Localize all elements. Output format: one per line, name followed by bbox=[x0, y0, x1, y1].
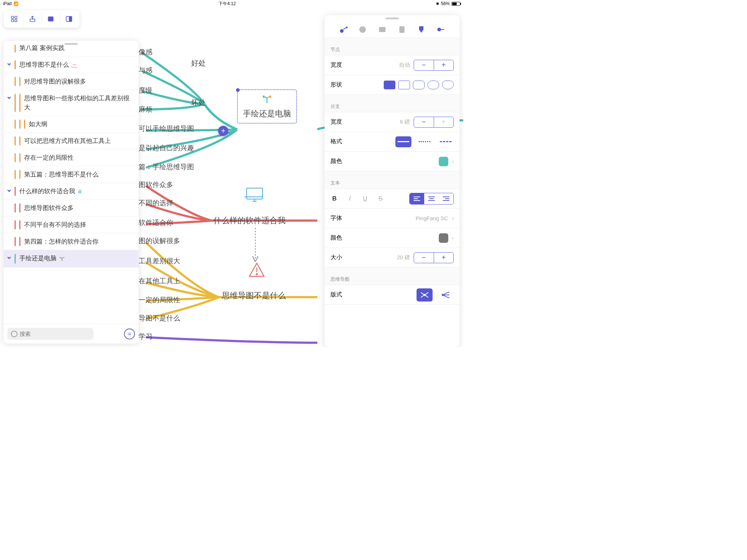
node-study[interactable]: 学习 bbox=[139, 332, 152, 341]
line-solid[interactable] bbox=[395, 136, 411, 147]
node-pros[interactable]: 好处 bbox=[191, 59, 206, 67]
minus-button[interactable]: − bbox=[414, 117, 434, 127]
node-swhub[interactable]: 什么样的软件适合我 bbox=[213, 215, 286, 226]
node-width-stepper[interactable]: −+ bbox=[414, 60, 454, 71]
outline-item[interactable]: 存在一定的局限性 bbox=[4, 149, 139, 166]
tab-theme[interactable] bbox=[417, 25, 426, 34]
tab-notes[interactable] bbox=[358, 25, 367, 34]
svg-rect-5 bbox=[48, 16, 53, 21]
outline-item[interactable]: 第八篇 案例实践 bbox=[4, 45, 139, 57]
grid-icon[interactable] bbox=[5, 12, 23, 26]
text-color-row[interactable]: 颜色 › bbox=[325, 228, 460, 248]
node-cons[interactable]: 坏处 bbox=[191, 98, 206, 106]
svg-point-16 bbox=[346, 27, 347, 28]
chevron-down-icon[interactable] bbox=[4, 254, 15, 262]
minus-button[interactable]: − bbox=[414, 60, 434, 70]
outline-item[interactable]: 第五篇：思维导图不是什么 bbox=[4, 166, 139, 183]
branch-color-row[interactable]: 颜色 › bbox=[325, 152, 460, 171]
shape-rounded[interactable] bbox=[413, 81, 425, 89]
svg-point-14 bbox=[256, 274, 258, 275]
outline-item[interactable]: 不同平台有不同的选择 bbox=[4, 217, 139, 233]
line-dotted[interactable] bbox=[417, 136, 433, 147]
chevron-down-icon[interactable] bbox=[4, 187, 15, 195]
monitor-icon bbox=[244, 186, 265, 205]
outline-item-label: 对思维导图的误解很多 bbox=[24, 77, 136, 86]
node-slow[interactable]: 度慢 bbox=[139, 86, 152, 95]
section-text-header: 文本 bbox=[325, 171, 460, 189]
outline-list[interactable]: 第八篇 案例实践思维导图不是什么对思维导图的误解很多思维导图和一些形式相似的工具… bbox=[4, 45, 139, 324]
node-andsense[interactable]: 与感 bbox=[139, 66, 152, 75]
branch-width-stepper[interactable]: −+ bbox=[414, 117, 454, 128]
list-mode-button[interactable]: ≡ bbox=[124, 328, 135, 339]
shape-capsule[interactable] bbox=[427, 81, 439, 89]
layout-picker bbox=[417, 288, 454, 302]
node-handchapter[interactable]: 篇：手绘思维导图 bbox=[139, 162, 194, 172]
line-style-picker bbox=[395, 136, 454, 147]
search-icon bbox=[7, 328, 120, 340]
layout-radial[interactable] bbox=[417, 288, 433, 302]
align-right[interactable] bbox=[439, 193, 453, 204]
tab-node-style[interactable] bbox=[339, 25, 348, 34]
node-swfits[interactable]: 软件适合你 bbox=[139, 218, 173, 228]
chevron-down-icon bbox=[4, 136, 15, 137]
svg-rect-1 bbox=[15, 16, 17, 19]
outline-item[interactable]: 可以把思维方式用在其他工具上 bbox=[4, 133, 139, 149]
node-diffchoice[interactable]: 不同的选择 bbox=[139, 198, 173, 208]
chevron-right-icon: › bbox=[452, 235, 454, 241]
outline-item[interactable]: 如大纲 bbox=[4, 116, 139, 133]
node-interest[interactable]: 是引起自己的兴趣 bbox=[139, 143, 194, 153]
outline-item[interactable]: 思维导图和一些形式相似的工具差别很大 bbox=[4, 90, 139, 116]
plus-button[interactable]: + bbox=[434, 253, 454, 263]
chevron-down-icon[interactable] bbox=[4, 60, 15, 69]
tab-document[interactable] bbox=[398, 25, 406, 34]
outline-item[interactable]: 对思维导图的误解很多 bbox=[4, 73, 139, 90]
outline-item-label: 不同平台有不同的选择 bbox=[24, 220, 136, 229]
node-trouble[interactable]: 麻烦 bbox=[139, 105, 152, 114]
node-notwhat[interactable]: 导图不是什么 bbox=[139, 314, 180, 323]
outline-item[interactable]: 思维导图不是什么 bbox=[4, 57, 139, 73]
svg-point-17 bbox=[359, 26, 366, 33]
align-center[interactable] bbox=[424, 193, 439, 204]
add-node-button[interactable]: + bbox=[218, 126, 228, 136]
node-fragment[interactable]: 像感 bbox=[139, 47, 152, 57]
node-limitation[interactable]: 一定的局限性 bbox=[139, 295, 180, 305]
node-swmany[interactable]: 图软件众多 bbox=[139, 180, 173, 190]
share-icon[interactable] bbox=[23, 12, 42, 26]
selected-node[interactable]: 手绘还是电脑 bbox=[237, 89, 297, 124]
outline-item-label: 存在一定的局限性 bbox=[24, 153, 136, 162]
plus-button[interactable]: + bbox=[434, 60, 454, 70]
font-row[interactable]: 字体 PingFang SC › bbox=[325, 209, 460, 228]
node-notwhathub[interactable]: 思维导图不是什么 bbox=[222, 290, 286, 301]
align-left[interactable] bbox=[410, 193, 424, 204]
svg-rect-2 bbox=[11, 20, 13, 22]
plus-button[interactable]: + bbox=[434, 117, 454, 127]
node-misunderstand[interactable]: 图的误解很多 bbox=[139, 236, 180, 246]
outline-item[interactable]: 思维导图软件众多 bbox=[4, 200, 139, 217]
underline-button[interactable]: U bbox=[361, 195, 369, 202]
outline-item[interactable]: 什么样的软件适合我 bbox=[4, 183, 139, 200]
outline-toggle-icon[interactable] bbox=[42, 12, 60, 26]
node-tooldiff[interactable]: 工具差别很大 bbox=[139, 256, 180, 266]
shape-rect[interactable] bbox=[398, 81, 410, 89]
battery-pct: 56% bbox=[441, 1, 450, 6]
tab-add-branch[interactable]: + bbox=[437, 25, 445, 34]
text-size-stepper[interactable]: −+ bbox=[414, 252, 454, 263]
shape-cloud[interactable] bbox=[442, 81, 454, 89]
minus-button[interactable]: − bbox=[414, 253, 434, 263]
outline-item[interactable]: 手绘还是电脑 bbox=[4, 250, 139, 268]
strike-button[interactable]: S bbox=[376, 195, 384, 202]
label-node-width: 宽度 bbox=[330, 61, 349, 69]
shape-fill-rect[interactable] bbox=[384, 81, 395, 89]
outline-item[interactable]: 第四篇：怎样的软件适合你 bbox=[4, 233, 139, 250]
line-dashed[interactable] bbox=[438, 136, 454, 147]
italic-button[interactable]: I bbox=[346, 195, 354, 202]
tab-image[interactable] bbox=[378, 25, 387, 34]
inspector-toggle-icon[interactable] bbox=[60, 12, 78, 26]
layout-right[interactable] bbox=[438, 288, 454, 302]
outline-item-label: 什么样的软件适合我 bbox=[19, 187, 136, 196]
node-handdraw[interactable]: 可以手绘思维导图 bbox=[139, 124, 194, 133]
node-othertools[interactable]: 在其他工具上 bbox=[139, 276, 180, 286]
search-input[interactable] bbox=[7, 328, 93, 340]
chevron-down-icon[interactable] bbox=[4, 94, 15, 102]
bold-button[interactable]: B bbox=[330, 195, 338, 202]
